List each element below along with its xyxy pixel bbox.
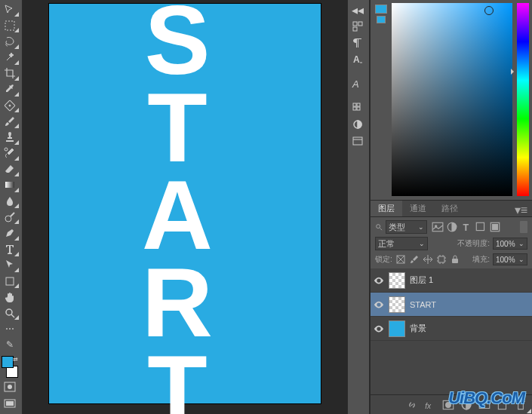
- dodge-tool[interactable]: [0, 209, 20, 225]
- tab-layers[interactable]: 图层: [371, 201, 402, 216]
- blur-tool[interactable]: [0, 193, 20, 209]
- panel-bg-swatch[interactable]: [377, 16, 386, 23]
- tab-channels[interactable]: 通道: [402, 201, 434, 216]
- layer-name[interactable]: START: [410, 300, 436, 309]
- layer-name[interactable]: 图层 1: [410, 274, 433, 286]
- layer-thumbnail[interactable]: [389, 272, 405, 289]
- filter-toggle[interactable]: [520, 221, 527, 233]
- eyedropper-tool[interactable]: [0, 81, 20, 97]
- color-swatches[interactable]: ⇄: [0, 356, 20, 378]
- hue-slider[interactable]: [517, 3, 529, 196]
- panel-fg-swatch[interactable]: [375, 5, 387, 14]
- paragraph-panel-icon[interactable]: [348, 35, 367, 51]
- svg-rect-32: [438, 256, 444, 262]
- swatches-panel-icon[interactable]: [348, 100, 367, 116]
- zoom-tool[interactable]: [0, 305, 20, 320]
- svg-rect-28: [476, 222, 484, 230]
- svg-rect-0: [5, 21, 14, 30]
- svg-point-7: [6, 309, 12, 315]
- shape-tool[interactable]: [0, 273, 20, 289]
- screen-mode-toggle[interactable]: [0, 397, 20, 412]
- collapse-panels-icon[interactable]: ◂◂: [348, 2, 367, 18]
- layer-fx-button[interactable]: fx: [423, 398, 437, 412]
- foreground-color-swatch[interactable]: [2, 356, 14, 368]
- eraser-tool[interactable]: [0, 161, 20, 177]
- svg-point-23: [377, 225, 380, 228]
- color-indicator[interactable]: [374, 3, 389, 196]
- character-panel-icon[interactable]: A: [348, 51, 367, 68]
- pen-tool[interactable]: [0, 225, 20, 241]
- quick-mask-toggle[interactable]: [0, 379, 20, 395]
- glyphs-panel-icon[interactable]: A: [348, 75, 367, 92]
- panel-tabs: 图层 通道 路径 ▾≡: [371, 201, 532, 217]
- svg-rect-18: [357, 103, 360, 106]
- blend-mode-label: 正常: [378, 238, 395, 250]
- lock-paint-icon[interactable]: [409, 254, 420, 265]
- svg-text:A: A: [353, 54, 360, 65]
- fill-label: 填充:: [472, 254, 490, 265]
- lock-all-icon[interactable]: [450, 254, 460, 265]
- opacity-input[interactable]: 100%⌄: [493, 238, 527, 250]
- stamp-tool[interactable]: [0, 129, 20, 145]
- document-canvas[interactable]: START: [49, 4, 321, 403]
- svg-point-2: [9, 105, 11, 106]
- svg-rect-4: [5, 182, 14, 188]
- move-tool[interactable]: [0, 2, 20, 17]
- svg-point-5: [5, 216, 11, 222]
- blend-mode-select[interactable]: 正常⌄: [375, 237, 428, 250]
- layer-row[interactable]: 图层 1: [371, 268, 532, 293]
- type-tool[interactable]: [0, 241, 20, 257]
- properties-panel-icon[interactable]: [348, 133, 367, 149]
- lasso-tool[interactable]: [0, 33, 20, 49]
- arrange-panel-icon[interactable]: [348, 18, 367, 35]
- brush-tool[interactable]: [0, 113, 20, 129]
- wand-tool[interactable]: [0, 50, 20, 66]
- crop-tool[interactable]: [0, 66, 20, 81]
- more-tools[interactable]: ⋯: [0, 320, 20, 336]
- watermark: UiBQ.CoM: [448, 388, 524, 408]
- layer-name[interactable]: 背景: [410, 323, 426, 334]
- visibility-icon[interactable]: [374, 299, 384, 310]
- right-panels: 图层 通道 路径 ▾≡ 类型⌄ T 正常⌄ 不透明度:: [370, 0, 532, 414]
- filter-smart-icon[interactable]: [489, 221, 501, 233]
- tab-paths[interactable]: 路径: [434, 201, 466, 216]
- svg-rect-33: [452, 259, 458, 263]
- adjustments-panel-icon[interactable]: [348, 116, 367, 133]
- history-brush-tool[interactable]: [0, 146, 20, 161]
- layer-row[interactable]: 背景: [371, 317, 532, 341]
- filter-text-icon[interactable]: T: [460, 221, 472, 233]
- lock-artboard-icon[interactable]: [436, 254, 447, 265]
- svg-rect-19: [353, 107, 356, 110]
- svg-text:T: T: [463, 222, 469, 233]
- svg-rect-20: [357, 107, 360, 110]
- path-select-tool[interactable]: [0, 257, 20, 273]
- tools-toolbar: ⋯ ✎ ⇄: [0, 0, 23, 414]
- opacity-label: 不透明度:: [457, 238, 490, 249]
- fill-input[interactable]: 100%⌄: [493, 253, 527, 265]
- layer-controls: 类型⌄ T 正常⌄ 不透明度: 100%⌄ 锁定:: [371, 217, 532, 268]
- swap-colors-icon[interactable]: ⇄: [13, 356, 18, 363]
- layer-filter-type[interactable]: 类型⌄: [386, 220, 427, 234]
- visibility-icon[interactable]: [374, 324, 384, 334]
- panel-menu-icon[interactable]: ▾≡: [510, 201, 532, 216]
- svg-rect-12: [353, 22, 357, 26]
- canvas-text-layer[interactable]: START: [121, 0, 234, 414]
- link-layers-button[interactable]: [405, 398, 419, 412]
- edit-toolbar[interactable]: ✎: [0, 337, 20, 353]
- svg-rect-13: [358, 22, 362, 26]
- layer-row[interactable]: START: [371, 293, 532, 317]
- lock-pixels-icon[interactable]: [395, 254, 406, 265]
- layer-thumbnail[interactable]: [389, 320, 405, 337]
- filter-shape-icon[interactable]: [475, 221, 487, 233]
- patch-tool[interactable]: [0, 97, 20, 113]
- color-field[interactable]: [392, 3, 512, 196]
- filter-image-icon[interactable]: [432, 221, 444, 233]
- layer-thumbnail[interactable]: [389, 296, 405, 313]
- filter-adjust-icon[interactable]: [446, 221, 458, 233]
- gradient-tool[interactable]: [0, 177, 20, 193]
- marquee-tool[interactable]: [0, 17, 20, 33]
- lock-position-icon[interactable]: [423, 254, 433, 265]
- visibility-icon[interactable]: [374, 275, 384, 286]
- hand-tool[interactable]: [0, 289, 20, 305]
- mid-toolbar: ◂◂ A A: [347, 0, 370, 414]
